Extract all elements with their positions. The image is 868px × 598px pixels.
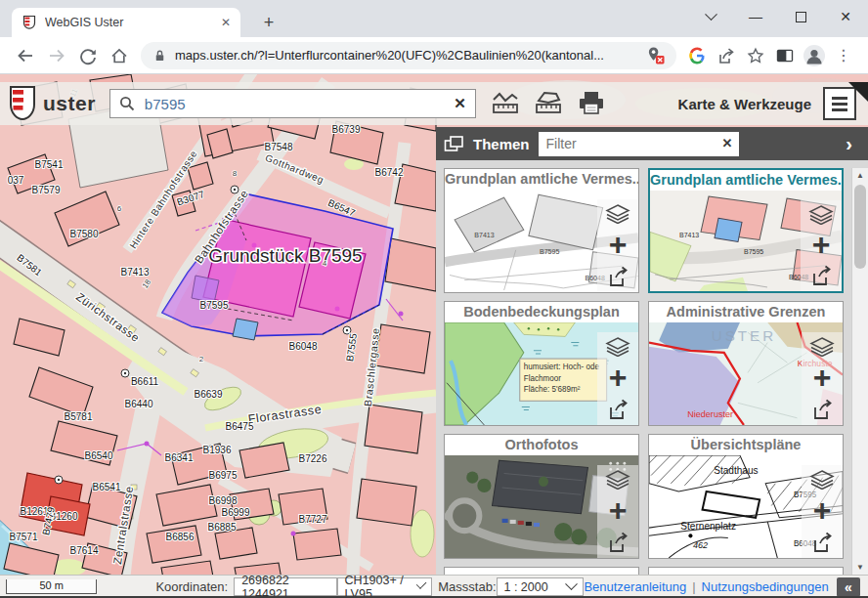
add-layer-icon[interactable]: + <box>609 365 628 391</box>
panel-scrollbar[interactable]: ▲ ▼ <box>851 168 868 575</box>
lock-icon <box>152 48 167 64</box>
open-external-icon[interactable] <box>811 532 833 553</box>
forward-button[interactable] <box>41 41 72 70</box>
parcel-label: B7595 <box>200 300 229 311</box>
theme-card-grundplan-sw[interactable]: Grundplan amtliche Vermes... B7413 <box>444 168 639 293</box>
add-layer-icon[interactable]: + <box>813 365 832 391</box>
card-tools: + <box>802 332 843 425</box>
card-title: Bodenbedeckungsplan <box>445 302 638 322</box>
parcel-label: B6475 <box>226 421 254 432</box>
parcel-label: B6742 <box>375 167 404 178</box>
parcel-label: B6639 <box>195 389 223 400</box>
parcel-label: B7614 <box>70 545 99 556</box>
help-link[interactable]: Benutzeranleitung <box>584 579 686 594</box>
filter-input[interactable] <box>539 132 739 156</box>
theme-card-orthofotos[interactable]: Orthofotos <box>444 434 639 559</box>
add-layer-icon[interactable]: + <box>813 498 832 524</box>
parcel-label: B7727 <box>299 514 327 525</box>
open-external-icon[interactable] <box>607 532 629 553</box>
filter-clear-icon[interactable]: ✕ <box>722 136 733 150</box>
layers-icon[interactable] <box>809 337 835 357</box>
parcel-label: B7548 <box>265 142 293 152</box>
filter-box[interactable]: ✕ <box>539 132 739 156</box>
svg-text:B7595: B7595 <box>540 248 559 256</box>
svg-text:Stadthaus: Stadthaus <box>714 464 758 475</box>
open-external-icon[interactable] <box>810 265 832 286</box>
scrollbar-thumb[interactable] <box>854 185 866 269</box>
theme-card-partial[interactable] <box>444 567 639 575</box>
scale-select[interactable]: 1 : 2000 <box>497 577 585 596</box>
parcel-label: B7579 <box>32 185 61 195</box>
tools-menu-label[interactable]: Karte & Werkzeuge <box>678 96 811 112</box>
window-menu-button[interactable] <box>688 0 733 33</box>
new-tab-button[interactable]: + <box>256 10 282 35</box>
search-box[interactable]: ✕ <box>109 89 476 118</box>
maximize-button[interactable] <box>778 0 823 33</box>
search-input[interactable] <box>143 95 446 113</box>
browser-menu-icon[interactable]: ⋮ <box>829 41 858 70</box>
google-search-icon[interactable] <box>682 41 712 70</box>
layers-icon[interactable] <box>605 337 630 357</box>
layers-icon[interactable] <box>605 470 630 490</box>
lot-number: 8 <box>233 169 238 178</box>
svg-text:Fläche: 5'689m²: Fläche: 5'689m² <box>524 385 581 394</box>
svg-text:B7595: B7595 <box>744 248 763 255</box>
back-button[interactable] <box>10 41 41 70</box>
browser-tab[interactable]: WebGIS Uster ✕ <box>12 8 240 37</box>
crs-value: CH1903+ / LV95 <box>345 574 405 598</box>
address-bar[interactable]: maps.uster.ch/?l=Unterflurcontainer%20(U… <box>141 42 676 69</box>
uster-logo <box>8 85 37 122</box>
footer-links: Benutzeranleitung | Nutzungsbedingungen <box>584 579 828 594</box>
panel-expand-icon[interactable]: › <box>846 133 852 155</box>
theme-card-grundplan-farbig[interactable]: Grundplan amtliche Vermes... <box>648 168 844 293</box>
home-button[interactable] <box>104 41 135 70</box>
add-layer-icon[interactable]: + <box>812 233 831 258</box>
chevron-down-icon <box>416 578 427 589</box>
location-blocked-icon[interactable] <box>646 46 665 64</box>
layers-icon[interactable] <box>808 205 834 225</box>
app-title: uster <box>43 92 96 115</box>
open-external-icon[interactable] <box>607 266 629 287</box>
scale-value: 1 : 2000 <box>504 580 548 594</box>
minimize-button[interactable]: — <box>733 0 778 33</box>
share-icon[interactable] <box>712 41 741 70</box>
add-layer-icon[interactable]: + <box>609 233 628 258</box>
theme-card-partial[interactable] <box>648 567 844 575</box>
crs-select[interactable]: CH1903+ / LV95 <box>337 577 433 596</box>
reload-button[interactable] <box>72 41 104 70</box>
terms-link[interactable]: Nutzungsbedingungen <box>702 579 829 594</box>
theme-card-bodenbedeckung[interactable]: Bodenbedeckungsplan <box>444 301 639 426</box>
parcel-label: B6975 <box>209 470 238 481</box>
scale-label: Massstab: <box>438 579 496 594</box>
layers-icon[interactable] <box>809 470 835 490</box>
tab-close-icon[interactable]: ✕ <box>221 16 231 29</box>
measure-distance-button[interactable] <box>492 91 519 116</box>
bookmark-star-icon[interactable] <box>741 41 770 70</box>
collapse-statusbar-button[interactable]: « <box>837 577 860 597</box>
measure-area-button[interactable] <box>535 91 562 116</box>
theme-card-uebersichtsplaene[interactable]: Übersichtspläne <box>648 434 844 559</box>
theme-card-admin-grenzen[interactable]: Administrative Grenzen <box>648 301 844 426</box>
close-button[interactable]: ✕ <box>823 0 868 33</box>
card-tools: + <box>597 465 638 558</box>
side-panel-icon[interactable] <box>770 41 800 70</box>
browser-toolbar: maps.uster.ch/?l=Unterflurcontainer%20(U… <box>0 37 868 74</box>
window-controls: — ✕ <box>688 0 868 33</box>
card-thumbnail: USTER Kirchuste Niederuster + <box>649 322 843 425</box>
coordinates-value[interactable]: 2696822 1244921 <box>234 577 336 596</box>
layers-icon[interactable] <box>605 204 630 224</box>
search-clear-icon[interactable]: ✕ <box>454 95 466 112</box>
card-tools: + <box>597 199 638 292</box>
search-icon <box>119 96 135 111</box>
add-layer-icon[interactable]: + <box>609 498 628 524</box>
scroll-up-icon[interactable]: ▲ <box>852 168 868 183</box>
profile-avatar[interactable] <box>800 41 829 70</box>
corner-fold[interactable] <box>848 82 868 102</box>
print-button[interactable] <box>578 91 605 116</box>
svg-text:B7413: B7413 <box>474 232 494 239</box>
scroll-down-icon[interactable]: ▼ <box>852 560 868 575</box>
open-external-icon[interactable] <box>811 399 833 420</box>
browser-window: WebGIS Uster ✕ + — ✕ maps.us <box>0 0 868 598</box>
webgis-app: Grundstück B7595 Zürichstrasse Bahnhofst… <box>0 74 868 598</box>
open-external-icon[interactable] <box>607 399 629 420</box>
